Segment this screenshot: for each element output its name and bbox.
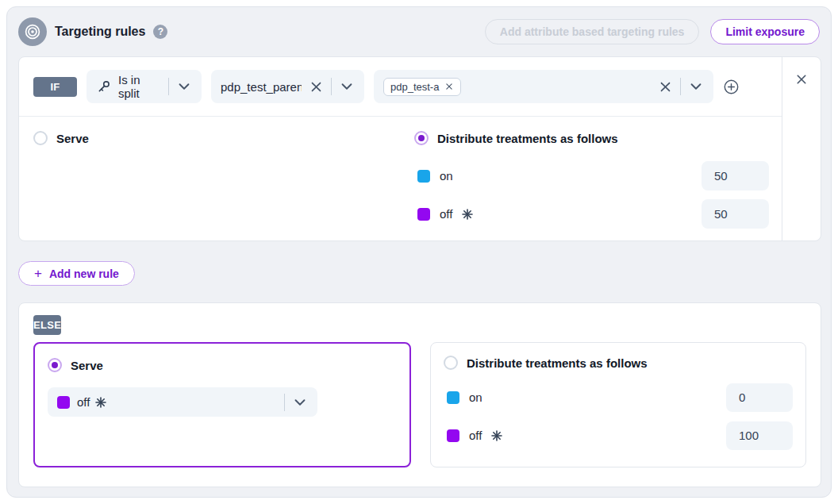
else-options: Serve off Distr — [33, 342, 806, 467]
treatment-percent-input[interactable] — [702, 161, 769, 190]
tag-label: pdp_test-a — [390, 81, 439, 93]
rule-card-side — [782, 57, 821, 240]
page-title: Targeting rules — [55, 25, 145, 39]
help-icon[interactable]: ? — [153, 25, 167, 39]
else-serve-label: Serve — [71, 359, 103, 372]
else-distribute-radio[interactable] — [444, 356, 458, 370]
rule-card: IF Is in split — [18, 56, 821, 241]
chevron-down-icon[interactable] — [339, 79, 355, 94]
treatment-list: on off — [444, 383, 793, 450]
selected-treatment-tag: pdp_test-a — [383, 78, 461, 96]
serve-radio[interactable] — [33, 131, 48, 145]
treatment-name: on — [440, 169, 453, 183]
treatment-percent-input[interactable] — [726, 383, 793, 412]
chevron-down-icon[interactable] — [292, 394, 308, 410]
key-icon — [96, 79, 111, 94]
treatment-color-swatch — [447, 429, 459, 442]
serve-label: Serve — [56, 132, 89, 145]
else-serve-box[interactable]: Serve off — [33, 342, 411, 467]
treatment-row: off — [444, 421, 793, 450]
tag-remove-icon[interactable] — [444, 82, 454, 91]
limit-exposure-button[interactable]: Limit exposure — [710, 19, 820, 44]
rule-serve-area: Serve Distribute treatments as follows o… — [19, 117, 782, 240]
treatment-color-swatch — [417, 170, 430, 183]
rule-card-main: IF Is in split — [19, 57, 782, 240]
matcher-select[interactable]: Is in split — [86, 70, 202, 103]
default-treatment-icon — [491, 430, 502, 441]
default-treatment-icon — [462, 209, 473, 220]
distribute-option: Distribute treatments as follows on off — [414, 128, 769, 240]
divider — [331, 78, 332, 95]
distribute-label: Distribute treatments as follows — [437, 132, 618, 145]
distribute-radio[interactable] — [414, 131, 429, 145]
delete-rule-icon[interactable] — [794, 71, 809, 87]
divider — [284, 394, 285, 411]
treatment-name: off — [440, 207, 452, 221]
split-select-value: pdp_test_parent — [221, 80, 302, 94]
rule-condition-row: IF Is in split — [19, 57, 782, 117]
treatment-row: on — [444, 383, 793, 412]
plus-icon: + — [34, 267, 42, 280]
default-treatment-icon — [95, 397, 106, 408]
treatment-row: on — [414, 161, 769, 190]
divider — [680, 78, 681, 95]
split-select[interactable]: pdp_test_parent — [211, 70, 364, 103]
panel-header: Targeting rules ? Add attribute based ta… — [7, 7, 831, 56]
targeting-rules-icon — [18, 17, 47, 46]
treatment-name: on — [469, 391, 482, 404]
matcher-select-label: Is in split — [118, 73, 161, 100]
treatment-list: on off — [414, 161, 769, 229]
else-distribute-box[interactable]: Distribute treatments as follows on off — [430, 342, 806, 467]
else-serve-treatment-select[interactable]: off — [48, 387, 317, 417]
chevron-down-icon[interactable] — [688, 79, 704, 94]
header-left: Targeting rules ? — [18, 17, 167, 46]
else-card: ELSE Serve off — [18, 302, 821, 487]
add-condition-icon[interactable] — [723, 79, 740, 95]
add-new-rule-button[interactable]: + Add new rule — [18, 261, 135, 286]
treatment-percent-input[interactable] — [726, 421, 793, 450]
treatment-percent-input[interactable] — [702, 199, 769, 229]
divider — [168, 78, 169, 95]
if-badge: IF — [33, 77, 77, 97]
treatment-color-swatch — [57, 396, 70, 409]
treatment-color-swatch — [447, 391, 459, 404]
clear-icon[interactable] — [309, 79, 324, 94]
treatment-multiselect[interactable]: pdp_test-a — [374, 70, 713, 103]
else-distribute-label: Distribute treatments as follows — [467, 356, 648, 370]
treatment-row: off — [414, 199, 769, 229]
else-badge: ELSE — [33, 315, 61, 335]
add-new-rule-label: Add new rule — [49, 267, 119, 280]
header-actions: Add attribute based targeting rules Limi… — [485, 19, 820, 44]
else-serve-radio[interactable] — [48, 358, 62, 372]
treatment-color-swatch — [417, 208, 430, 221]
targeting-rules-panel: Targeting rules ? Add attribute based ta… — [6, 6, 832, 498]
chevron-down-icon[interactable] — [176, 79, 192, 94]
add-attribute-rules-button[interactable]: Add attribute based targeting rules — [485, 19, 700, 44]
else-serve-value: off — [77, 395, 90, 409]
treatment-name: off — [469, 429, 482, 442]
serve-option: Serve — [33, 128, 414, 240]
clear-icon[interactable] — [658, 79, 673, 94]
